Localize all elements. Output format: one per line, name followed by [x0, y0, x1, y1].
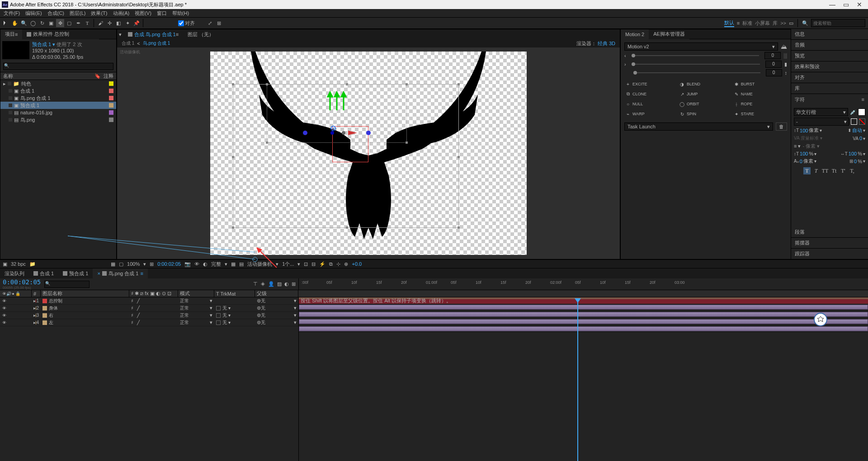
col-parent[interactable]: 父级 — [255, 290, 298, 297]
exposure-value[interactable]: +0.0 — [352, 261, 362, 267]
grid-icon[interactable]: ▦ — [231, 261, 236, 267]
baseline-field[interactable]: Aₐ 0 像素 ▾ — [794, 158, 816, 165]
project-item-image[interactable]: ▤nature-016.jpg — [0, 109, 116, 116]
panel-audio[interactable]: 音频 — [791, 40, 868, 51]
hscale-field[interactable]: ↔T 100 % ▾ — [840, 151, 865, 156]
project-tab[interactable]: 项目 ≡ — [0, 29, 22, 39]
pickwhip-icon[interactable]: ⊚ — [257, 312, 261, 318]
motion-slider-2[interactable] — [632, 64, 760, 65]
flow-toggle-icon[interactable]: ▾ — [117, 32, 123, 38]
layer-row[interactable]: 👁▸ 1总控制♯ ╱正常 ▾⊚ 无 ▾ — [0, 297, 298, 305]
motion-burst-button[interactable]: ✱BURST — [733, 79, 787, 89]
timeline-icon[interactable]: ⧉ — [329, 261, 333, 267]
col-note-header[interactable]: 注释 — [104, 73, 113, 80]
leading-field[interactable]: ⬍ 自动 ▾ — [848, 127, 865, 134]
italic-button[interactable]: T — [812, 167, 820, 174]
col-layer-name[interactable]: 图层名称 — [41, 290, 129, 297]
orbit-tool-icon[interactable]: ◯ — [29, 19, 37, 27]
timeline-tab[interactable]: 合成 1 — [29, 268, 58, 278]
color-mgmt-icon[interactable]: ◐ — [203, 261, 208, 267]
time-display[interactable]: 0:00:02:05 — [157, 261, 181, 267]
menu-help[interactable]: 帮助(H) — [170, 10, 192, 17]
guide-icon[interactable]: ▤ — [239, 261, 244, 267]
show-snapshot-icon[interactable]: 👁 — [194, 261, 199, 267]
motion-null-button[interactable]: ○NULL — [624, 99, 679, 109]
anchor-point-icon[interactable] — [330, 125, 336, 132]
render-queue-tab[interactable]: 渲染队列 — [0, 268, 29, 278]
workspace-reset-icon[interactable]: ▭ — [789, 20, 793, 26]
stroke-options-dropdown[interactable]: ≡ ▾ — [794, 143, 801, 149]
project-item-comp[interactable]: ▣鸟.png 合成 1 — [0, 94, 116, 102]
col-tag-icon[interactable]: 🔖 — [94, 73, 101, 79]
comp-viewer[interactable]: 活动摄像机 — [117, 47, 620, 259]
stroke-swatch[interactable] — [851, 118, 857, 125]
panel-character[interactable]: 字符≡ — [791, 94, 868, 105]
home-tool-icon[interactable] — [2, 19, 10, 27]
panel-library[interactable]: 库 — [791, 83, 868, 94]
col-mode[interactable]: 模式 — [178, 290, 214, 297]
type-tool-icon[interactable]: T — [83, 19, 91, 27]
resolution-icon[interactable]: ⊞ — [150, 261, 154, 267]
zoom-value[interactable]: 100% — [127, 261, 140, 267]
rect-tool-icon[interactable]: ▢ — [65, 19, 73, 27]
minimize-button[interactable]: — — [826, 1, 839, 8]
x-axis-markers[interactable] — [298, 128, 380, 137]
workspace-library[interactable]: 库 — [773, 20, 778, 27]
menu-effect[interactable]: 效果(T) — [88, 10, 110, 17]
track-area[interactable]: 按住 Shift 以将图层至父级位置。按住 Alt 以保持子项变换（跳转）。 — [298, 297, 868, 461]
bpc-toggle[interactable]: 32 bpc — [11, 261, 26, 267]
motion-orbit-button[interactable]: ◯ORBIT — [679, 99, 733, 109]
maximize-button[interactable]: ▭ — [839, 1, 853, 8]
workspace-standard[interactable]: 标准 — [742, 20, 752, 27]
fast-preview-icon[interactable]: ⚡ — [319, 261, 326, 267]
motion-clone-button[interactable]: ⧉CLONE — [624, 89, 679, 99]
comp-tab[interactable]: 合成 鸟.png 合成 1 ≡ — [123, 29, 183, 39]
menu-file[interactable]: 文件(F) — [1, 10, 23, 17]
motion-slider-3[interactable] — [633, 72, 760, 73]
panel-effects-presets[interactable]: 效果和预设 — [791, 61, 868, 72]
font-size-field[interactable]: ↕T 100 像素 ▾ — [794, 127, 822, 134]
timeline-tab-active[interactable]: × 鸟.png 合成 1 ≡ — [93, 268, 148, 278]
menu-layer[interactable]: 图层(L) — [67, 10, 88, 17]
layer-tab[interactable]: 图层 （无） — [183, 29, 218, 39]
effect-controls-tab[interactable]: 效果控件 总控制 — [22, 29, 99, 39]
pen-tool-icon[interactable]: ✒ — [74, 19, 82, 27]
bold-button[interactable]: T — [803, 167, 811, 174]
motion-blur-icon[interactable]: ◐ — [284, 281, 289, 287]
hide-shy-icon[interactable]: 👤 — [268, 281, 274, 287]
fill-swatch[interactable] — [858, 108, 865, 116]
tsume-field[interactable]: ⊞ 0 % ▾ — [849, 159, 865, 164]
task-launch-dropdown[interactable]: Task Launch▾ — [624, 122, 773, 131]
pickwhip-icon[interactable]: ⊚ — [257, 298, 261, 304]
layer-row[interactable]: 👁▸ 2身体♯ ╱正常 ▾无 ▾⊚ 无 ▾ — [0, 305, 298, 312]
allcaps-button[interactable]: TT — [821, 167, 829, 174]
menu-edit[interactable]: 编辑(E) — [23, 10, 45, 17]
col-trkmat[interactable]: T TrkMat — [214, 290, 255, 297]
panel-tracker[interactable]: 跟踪器 — [791, 249, 868, 259]
motion-jump-button[interactable]: ↗JUMP — [679, 89, 733, 99]
motion-value-3[interactable]: 0 — [766, 69, 782, 76]
trash-icon[interactable]: 🗑 — [776, 122, 787, 131]
pickwhip-icon[interactable]: ⊚ — [257, 320, 261, 325]
breadcrumb-active[interactable]: 鸟.png 合成 1 — [143, 40, 170, 47]
no-stroke-icon[interactable] — [859, 118, 865, 125]
motion2-tab[interactable]: Motion 2 — [621, 29, 649, 39]
help-search-input[interactable] — [811, 19, 865, 27]
col-name-header[interactable]: 名称 — [3, 73, 13, 80]
vscale-field[interactable]: ↕T 100 % ▾ — [794, 151, 816, 156]
motion-slider-1[interactable] — [632, 55, 760, 56]
panel-wiggler[interactable]: 摇摆器 — [791, 238, 868, 249]
project-search-input[interactable] — [3, 63, 113, 70]
pickwhip-icon[interactable]: ⊚ — [257, 305, 261, 311]
interpret-footage-icon[interactable]: ▣ — [3, 261, 7, 267]
camera-dropdown[interactable]: 活动摄像机 — [247, 261, 272, 268]
chevron-left-icon[interactable]: ‹ — [624, 53, 626, 58]
snap-edges-icon[interactable]: ⤢ — [206, 19, 214, 27]
layer-search-input[interactable] — [44, 281, 90, 288]
layer-row[interactable]: 👁▸ 4左♯ ╱正常 ▾无 ▾⊚ 无 ▾ — [0, 319, 298, 326]
hand-tool-icon[interactable]: ✋ — [11, 19, 19, 27]
smallcaps-button[interactable]: Tt — [830, 167, 838, 174]
font-family-dropdown[interactable]: 华文行楷▾ — [794, 108, 848, 116]
transparency-icon[interactable]: ⊡ — [304, 261, 308, 267]
current-time[interactable]: 0:00:02:05 — [3, 278, 41, 286]
